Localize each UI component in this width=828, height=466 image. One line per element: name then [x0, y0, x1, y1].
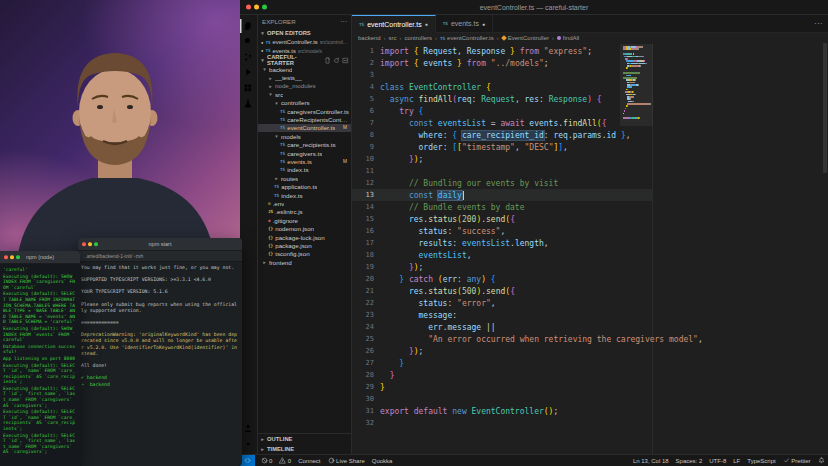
terminal-output[interactable]: You may find that it works just fine, or… [78, 262, 242, 393]
modified-dot-icon[interactable]: ● [482, 21, 485, 27]
tree-file-package-json[interactable]: {}package.json [258, 241, 351, 249]
tree-folder-backend[interactable]: ▾backend [258, 65, 351, 73]
more-actions-icon[interactable]: ⋯ [340, 18, 347, 26]
tree-folder--tests-[interactable]: ▸__tests__ [258, 73, 351, 81]
desktop: eventController.ts — careful-starter EXP… [0, 0, 828, 466]
code-line: 25 "An error occurred when retrieving th… [352, 333, 652, 345]
status-spaces-2[interactable]: Spaces: 2 [672, 455, 706, 466]
editor-scrollbar[interactable] [823, 43, 827, 173]
tree-folder-frontend[interactable]: ▸frontend [258, 258, 351, 266]
tree-folder-src[interactable]: ▾src [258, 90, 351, 98]
minimize-window-button[interactable] [254, 5, 259, 10]
code-line: 5 async findAll(req: Request, res: Respo… [352, 93, 652, 105]
breadcrumb-item[interactable]: src [389, 35, 397, 41]
tree-file-caregiverscontroller-ts[interactable]: TScaregiversController.ts [258, 107, 351, 115]
tree-folder-node-modules[interactable]: ▸node_modules [258, 82, 351, 90]
timeline-header[interactable]: ▸ TIMELINE [258, 444, 351, 454]
breadcrumb-item[interactable]: controllers [404, 35, 432, 41]
tree-folder-models[interactable]: ▾models [258, 132, 351, 140]
vscode-window: eventController.ts — careful-starter EXP… [240, 0, 828, 466]
open-editor-item[interactable]: ●TSeventController.tssrc\controllers [258, 38, 351, 47]
tree-file--env[interactable]: ⚙.env [258, 199, 351, 207]
tree-file--eslintrc-js[interactable]: JS.eslintrc.js [258, 208, 351, 216]
tree-file-tsconfig-json[interactable]: {}tsconfig.json [258, 250, 351, 258]
breadcrumb-item[interactable]: TSeventController.ts [440, 35, 494, 41]
terminal-title-bar[interactable]: npm (node) [0, 251, 80, 264]
remote-icon [244, 457, 251, 464]
status-check[interactable]: Prettier [779, 455, 814, 466]
activity-testing-icon[interactable] [240, 96, 256, 110]
status-remote[interactable] [240, 455, 255, 466]
close-window-button[interactable] [246, 5, 251, 10]
status-bell[interactable] [814, 455, 828, 466]
editor-actions-icon[interactable]: ⋯ [814, 15, 828, 32]
activity-account-icon[interactable] [240, 421, 256, 435]
chevron-right-icon: › [435, 35, 437, 41]
status-ln-13-col-18[interactable]: Ln 13, Col 18 [629, 455, 672, 466]
activity-run-debug-icon[interactable] [240, 65, 256, 79]
status-typescript[interactable]: TypeScript [744, 455, 779, 466]
status-connect[interactable]: Connect [295, 455, 324, 466]
tree-file-application-ts[interactable]: TSapplication.ts [258, 182, 351, 190]
terminal-title-bar[interactable]: npm start [78, 238, 242, 251]
chevron-down-icon: ▾ [274, 133, 279, 139]
tree-file-carerecipientscontroller-ts[interactable]: TScareRecipientsController.ts [258, 115, 351, 123]
tree-file-index-ts[interactable]: TSindex.ts [258, 166, 351, 174]
breadcrumb-item[interactable]: findAll [557, 35, 579, 41]
minimap[interactable] [623, 46, 650, 122]
zoom-window-button[interactable] [94, 242, 98, 246]
tab-events-ts[interactable]: TSevents.ts● [436, 15, 493, 32]
minimize-window-button[interactable] [88, 242, 92, 246]
collapse-icon[interactable] [342, 57, 349, 64]
close-window-button[interactable] [82, 242, 86, 246]
line-number: 20 [352, 275, 380, 283]
activity-files-icon[interactable] [240, 19, 256, 33]
zoom-window-button[interactable] [16, 255, 20, 259]
breadcrumb: backend›src›controllers›TSeventControlle… [352, 33, 828, 43]
activity-bar-bottom [240, 420, 257, 453]
zoom-window-button[interactable] [262, 5, 267, 10]
project-header[interactable]: ▾ CAREFUL-STARTER [258, 55, 351, 65]
tree-folder-controllers[interactable]: ▾controllers [258, 99, 351, 107]
tree-folder-routes[interactable]: ▸routes [258, 174, 351, 182]
tab-eventController-ts[interactable]: TSeventController.ts● [352, 15, 436, 33]
outline-header[interactable]: ▸ OUTLINE [258, 434, 351, 444]
env-file-icon: ⚙ [268, 201, 271, 206]
refresh-icon[interactable] [333, 57, 340, 64]
tree-file-nodemon-json[interactable]: {}nodemon.json [258, 224, 351, 232]
status-quokka[interactable]: Quokka [368, 455, 396, 466]
activity-search-icon[interactable] [240, 34, 256, 48]
terminal-output[interactable]: 'careful'Executing (default): SHOW INDEX… [0, 264, 80, 459]
terminal-window-npm-start[interactable]: npm start ..arted/backend-1-init/ -zsh Y… [78, 238, 242, 466]
tree-file-events-ts[interactable]: TSevents.tsM [258, 157, 351, 165]
status-lf[interactable]: LF [730, 455, 744, 466]
new-file-icon[interactable] [324, 57, 331, 64]
terminal-tab[interactable]: ..arted/backend-1-init/ -zsh [84, 253, 143, 259]
activity-settings-icon[interactable] [240, 437, 256, 451]
status-error[interactable]: 0 [257, 455, 276, 466]
close-window-button[interactable] [4, 255, 8, 259]
status-warning[interactable]: 0 [276, 455, 295, 466]
ts-file-icon: TS [274, 193, 279, 198]
tree-file-package-lock-json[interactable]: {}package-lock.json [258, 233, 351, 241]
title-bar[interactable]: eventController.ts — careful-starter [240, 0, 828, 15]
breadcrumb-item[interactable]: EventController [502, 35, 549, 41]
breadcrumb-item[interactable]: backend [358, 35, 381, 41]
tree-file--gitignore[interactable]: ◆.gitignore [258, 216, 351, 224]
status-liveshare[interactable]: Live Share [324, 455, 368, 466]
code-line: 23 message: [352, 309, 652, 321]
tree-file-caregivers-ts[interactable]: TScaregivers.ts [258, 149, 351, 157]
open-editors-header[interactable]: ▾ OPEN EDITORS [258, 28, 351, 38]
activity-source-control-icon[interactable] [240, 50, 256, 64]
status-utf-8[interactable]: UTF-8 [706, 455, 730, 466]
tree-file-eventcontroller-ts[interactable]: TSeventController.tsM [258, 124, 351, 132]
terminal-window-npm-node[interactable]: npm (node) 'careful'Executing (default):… [0, 251, 80, 466]
modified-dot-icon: ● [261, 48, 263, 53]
tree-file-care-recipients-ts[interactable]: TScare_recipients.ts [258, 141, 351, 149]
tree-file-index-ts[interactable]: TSindex.ts [258, 191, 351, 199]
code-editor[interactable]: 1import { Request, Response } from "expr… [352, 43, 652, 454]
activity-extensions-icon[interactable] [240, 81, 256, 95]
modified-dot-icon[interactable]: ● [425, 21, 428, 27]
minimize-window-button[interactable] [10, 255, 14, 259]
webcam-overlay [0, 0, 242, 254]
